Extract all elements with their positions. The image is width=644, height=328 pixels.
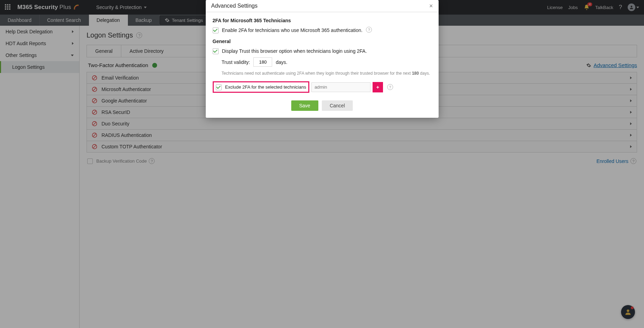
section-title-365: 2FA for Microsoft 365 Technicians bbox=[213, 18, 432, 23]
close-icon[interactable]: × bbox=[429, 3, 433, 9]
add-tech-button[interactable]: + bbox=[373, 82, 383, 92]
exclude-highlight: Exclude 2FA for the selected technicians bbox=[213, 81, 309, 93]
note-post: days. bbox=[419, 71, 430, 76]
trust-days-input[interactable] bbox=[253, 57, 272, 67]
modal-buttons: Save Cancel bbox=[213, 100, 432, 111]
row-label: Enable 2FA for technicians who use Micro… bbox=[222, 27, 363, 34]
modal-overlay: Advanced Settings × 2FA for Microsoft 36… bbox=[0, 0, 644, 328]
checkbox-trust-browser[interactable] bbox=[213, 48, 219, 54]
cancel-button[interactable]: Cancel bbox=[322, 100, 353, 111]
row-exclude-techs: Exclude 2FA for the selected technicians… bbox=[213, 81, 432, 93]
checkbox-exclude-2fa[interactable] bbox=[216, 84, 222, 90]
modal-title: Advanced Settings bbox=[211, 3, 258, 9]
save-button[interactable]: Save bbox=[291, 100, 318, 111]
row-trust-browser: Display Trust this browser option when t… bbox=[213, 48, 432, 55]
checkbox-365-2fa[interactable] bbox=[213, 27, 219, 33]
help-icon[interactable]: ? bbox=[387, 84, 393, 90]
row-label: Exclude 2FA for the selected technicians bbox=[225, 84, 306, 90]
modal-header: Advanced Settings × bbox=[206, 0, 439, 12]
exclude-tech-input[interactable] bbox=[311, 82, 370, 92]
trust-note: Technicians need not authenticate using … bbox=[222, 71, 430, 76]
note-bold: 180 bbox=[412, 71, 419, 76]
modal-body: 2FA for Microsoft 365 Technicians Enable… bbox=[206, 12, 439, 118]
row-label: Display Trust this browser option when t… bbox=[222, 48, 367, 55]
row-enable-365-2fa: Enable 2FA for technicians who use Micro… bbox=[213, 27, 432, 34]
note-pre: Technicians need not authenticate using … bbox=[222, 71, 412, 76]
trust-label: Trust validity: bbox=[222, 59, 250, 65]
trust-unit: days. bbox=[276, 59, 287, 65]
advanced-settings-modal: Advanced Settings × 2FA for Microsoft 36… bbox=[206, 0, 439, 118]
trust-validity-row: Trust validity: days. bbox=[222, 57, 432, 67]
help-icon[interactable]: ? bbox=[366, 27, 372, 33]
section-title-general: General bbox=[213, 39, 432, 44]
